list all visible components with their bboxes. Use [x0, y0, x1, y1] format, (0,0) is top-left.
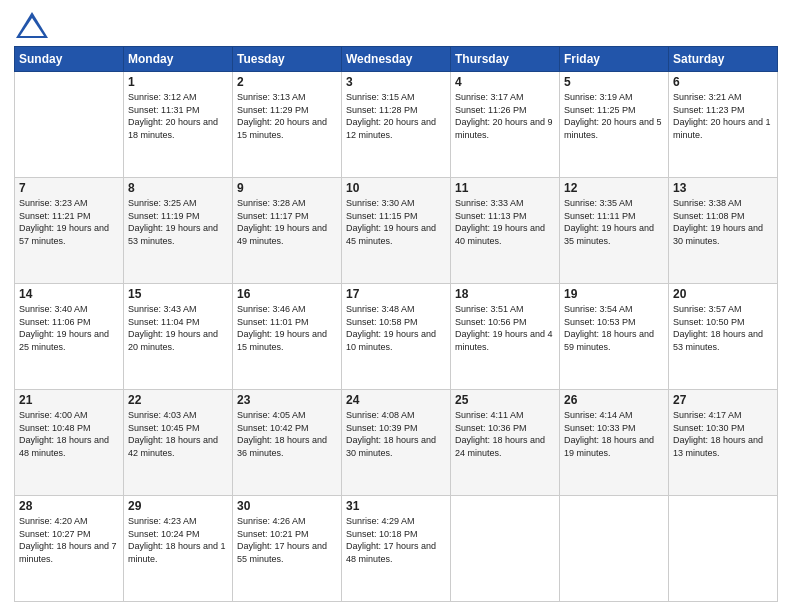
day-number: 8 [128, 181, 228, 195]
day-number: 17 [346, 287, 446, 301]
day-number: 30 [237, 499, 337, 513]
calendar-cell: 6 Sunrise: 3:21 AMSunset: 11:23 PMDaylig… [669, 72, 778, 178]
day-number: 6 [673, 75, 773, 89]
calendar-cell: 17 Sunrise: 3:48 AMSunset: 10:58 PMDayli… [342, 284, 451, 390]
day-number: 26 [564, 393, 664, 407]
calendar-cell: 19 Sunrise: 3:54 AMSunset: 10:53 PMDayli… [560, 284, 669, 390]
calendar-cell: 8 Sunrise: 3:25 AMSunset: 11:19 PMDaylig… [124, 178, 233, 284]
day-number: 25 [455, 393, 555, 407]
calendar-cell [15, 72, 124, 178]
cell-info: Sunrise: 3:35 AMSunset: 11:11 PMDaylight… [564, 197, 664, 247]
cell-info: Sunrise: 3:19 AMSunset: 11:25 PMDaylight… [564, 91, 664, 141]
day-number: 31 [346, 499, 446, 513]
calendar-day-header: Saturday [669, 47, 778, 72]
day-number: 10 [346, 181, 446, 195]
day-number: 2 [237, 75, 337, 89]
calendar-cell [560, 496, 669, 602]
cell-info: Sunrise: 4:17 AMSunset: 10:30 PMDaylight… [673, 409, 773, 459]
day-number: 12 [564, 181, 664, 195]
cell-info: Sunrise: 3:13 AMSunset: 11:29 PMDaylight… [237, 91, 337, 141]
cell-info: Sunrise: 4:20 AMSunset: 10:27 PMDaylight… [19, 515, 119, 565]
calendar-cell: 27 Sunrise: 4:17 AMSunset: 10:30 PMDayli… [669, 390, 778, 496]
cell-info: Sunrise: 3:48 AMSunset: 10:58 PMDaylight… [346, 303, 446, 353]
day-number: 11 [455, 181, 555, 195]
calendar-cell: 13 Sunrise: 3:38 AMSunset: 11:08 PMDayli… [669, 178, 778, 284]
calendar-week-row: 28 Sunrise: 4:20 AMSunset: 10:27 PMDayli… [15, 496, 778, 602]
cell-info: Sunrise: 3:33 AMSunset: 11:13 PMDaylight… [455, 197, 555, 247]
cell-info: Sunrise: 4:11 AMSunset: 10:36 PMDaylight… [455, 409, 555, 459]
cell-info: Sunrise: 3:12 AMSunset: 11:31 PMDaylight… [128, 91, 228, 141]
cell-info: Sunrise: 4:05 AMSunset: 10:42 PMDaylight… [237, 409, 337, 459]
calendar-cell: 12 Sunrise: 3:35 AMSunset: 11:11 PMDayli… [560, 178, 669, 284]
day-number: 4 [455, 75, 555, 89]
calendar-cell: 20 Sunrise: 3:57 AMSunset: 10:50 PMDayli… [669, 284, 778, 390]
day-number: 20 [673, 287, 773, 301]
calendar-cell: 31 Sunrise: 4:29 AMSunset: 10:18 PMDayli… [342, 496, 451, 602]
cell-info: Sunrise: 3:40 AMSunset: 11:06 PMDaylight… [19, 303, 119, 353]
cell-info: Sunrise: 3:25 AMSunset: 11:19 PMDaylight… [128, 197, 228, 247]
logo [14, 10, 52, 40]
calendar-cell: 24 Sunrise: 4:08 AMSunset: 10:39 PMDayli… [342, 390, 451, 496]
day-number: 14 [19, 287, 119, 301]
day-number: 15 [128, 287, 228, 301]
cell-info: Sunrise: 3:23 AMSunset: 11:21 PMDaylight… [19, 197, 119, 247]
cell-info: Sunrise: 4:26 AMSunset: 10:21 PMDaylight… [237, 515, 337, 565]
day-number: 23 [237, 393, 337, 407]
cell-info: Sunrise: 3:21 AMSunset: 11:23 PMDaylight… [673, 91, 773, 141]
calendar-cell: 4 Sunrise: 3:17 AMSunset: 11:26 PMDaylig… [451, 72, 560, 178]
calendar-cell: 28 Sunrise: 4:20 AMSunset: 10:27 PMDayli… [15, 496, 124, 602]
calendar-day-header: Wednesday [342, 47, 451, 72]
logo-icon [14, 10, 50, 40]
day-number: 3 [346, 75, 446, 89]
day-number: 7 [19, 181, 119, 195]
calendar-cell: 23 Sunrise: 4:05 AMSunset: 10:42 PMDayli… [233, 390, 342, 496]
calendar-cell: 14 Sunrise: 3:40 AMSunset: 11:06 PMDayli… [15, 284, 124, 390]
cell-info: Sunrise: 4:29 AMSunset: 10:18 PMDaylight… [346, 515, 446, 565]
calendar-week-row: 21 Sunrise: 4:00 AMSunset: 10:48 PMDayli… [15, 390, 778, 496]
calendar-cell: 11 Sunrise: 3:33 AMSunset: 11:13 PMDayli… [451, 178, 560, 284]
cell-info: Sunrise: 4:08 AMSunset: 10:39 PMDaylight… [346, 409, 446, 459]
day-number: 18 [455, 287, 555, 301]
calendar-cell: 26 Sunrise: 4:14 AMSunset: 10:33 PMDayli… [560, 390, 669, 496]
calendar-cell: 1 Sunrise: 3:12 AMSunset: 11:31 PMDaylig… [124, 72, 233, 178]
day-number: 24 [346, 393, 446, 407]
calendar-cell: 9 Sunrise: 3:28 AMSunset: 11:17 PMDaylig… [233, 178, 342, 284]
calendar-day-header: Tuesday [233, 47, 342, 72]
day-number: 13 [673, 181, 773, 195]
calendar-header-row: SundayMondayTuesdayWednesdayThursdayFrid… [15, 47, 778, 72]
day-number: 27 [673, 393, 773, 407]
calendar-cell: 25 Sunrise: 4:11 AMSunset: 10:36 PMDayli… [451, 390, 560, 496]
calendar-day-header: Sunday [15, 47, 124, 72]
cell-info: Sunrise: 3:15 AMSunset: 11:28 PMDaylight… [346, 91, 446, 141]
calendar-day-header: Monday [124, 47, 233, 72]
calendar-cell: 10 Sunrise: 3:30 AMSunset: 11:15 PMDayli… [342, 178, 451, 284]
page: SundayMondayTuesdayWednesdayThursdayFrid… [0, 0, 792, 612]
calendar-cell [451, 496, 560, 602]
calendar-cell: 5 Sunrise: 3:19 AMSunset: 11:25 PMDaylig… [560, 72, 669, 178]
header [14, 10, 778, 40]
calendar-cell [669, 496, 778, 602]
calendar-cell: 7 Sunrise: 3:23 AMSunset: 11:21 PMDaylig… [15, 178, 124, 284]
calendar-cell: 16 Sunrise: 3:46 AMSunset: 11:01 PMDayli… [233, 284, 342, 390]
calendar-cell: 22 Sunrise: 4:03 AMSunset: 10:45 PMDayli… [124, 390, 233, 496]
calendar-cell: 21 Sunrise: 4:00 AMSunset: 10:48 PMDayli… [15, 390, 124, 496]
day-number: 1 [128, 75, 228, 89]
calendar-cell: 2 Sunrise: 3:13 AMSunset: 11:29 PMDaylig… [233, 72, 342, 178]
day-number: 29 [128, 499, 228, 513]
calendar-cell: 30 Sunrise: 4:26 AMSunset: 10:21 PMDayli… [233, 496, 342, 602]
calendar-cell: 3 Sunrise: 3:15 AMSunset: 11:28 PMDaylig… [342, 72, 451, 178]
calendar-week-row: 14 Sunrise: 3:40 AMSunset: 11:06 PMDayli… [15, 284, 778, 390]
cell-info: Sunrise: 4:03 AMSunset: 10:45 PMDaylight… [128, 409, 228, 459]
cell-info: Sunrise: 3:46 AMSunset: 11:01 PMDaylight… [237, 303, 337, 353]
cell-info: Sunrise: 3:43 AMSunset: 11:04 PMDaylight… [128, 303, 228, 353]
cell-info: Sunrise: 3:57 AMSunset: 10:50 PMDaylight… [673, 303, 773, 353]
day-number: 5 [564, 75, 664, 89]
cell-info: Sunrise: 3:28 AMSunset: 11:17 PMDaylight… [237, 197, 337, 247]
cell-info: Sunrise: 3:17 AMSunset: 11:26 PMDaylight… [455, 91, 555, 141]
day-number: 21 [19, 393, 119, 407]
cell-info: Sunrise: 3:30 AMSunset: 11:15 PMDaylight… [346, 197, 446, 247]
cell-info: Sunrise: 4:00 AMSunset: 10:48 PMDaylight… [19, 409, 119, 459]
day-number: 19 [564, 287, 664, 301]
cell-info: Sunrise: 4:23 AMSunset: 10:24 PMDaylight… [128, 515, 228, 565]
calendar-week-row: 1 Sunrise: 3:12 AMSunset: 11:31 PMDaylig… [15, 72, 778, 178]
